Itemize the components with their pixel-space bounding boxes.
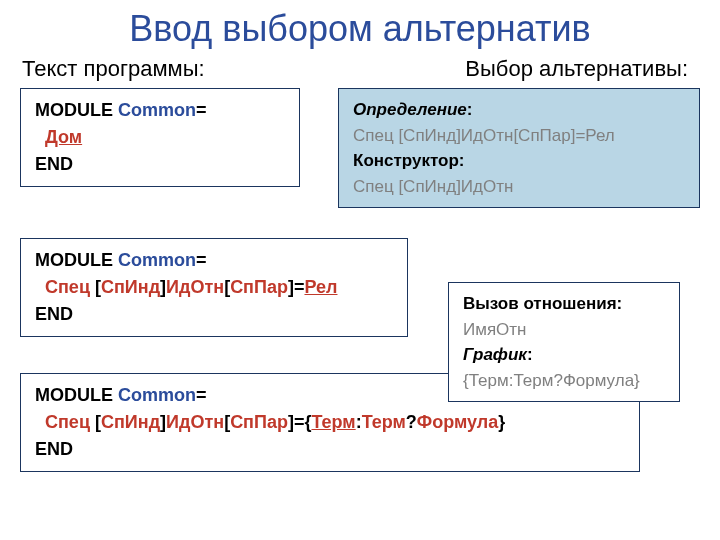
alt-line: ИмяОтн [463,317,667,343]
code-line: END [35,151,287,178]
code-line: Спец [СпИнд]ИдОтн[СпПар]=Рел [35,274,395,301]
section-labels: Текст программы: Выбор альтернативы: [20,56,700,82]
alt-line: Вызов отношения: [463,291,667,317]
slide: Ввод выбором альтернатив Текст программы… [0,0,720,492]
alternative-box-2: Вызов отношения: ИмяОтн График: {Терм:Те… [448,282,680,402]
program-text-label: Текст программы: [22,56,205,82]
code-line: Спец [СпИнд]ИдОтн[СпПар]={Терм:Терм?Форм… [35,409,627,436]
alt-line: Конструктор: [353,148,687,174]
code-line: MODULE Common= [35,97,287,124]
program-box-1: MODULE Common= Дом END [20,88,300,187]
code-line: Дом [35,124,287,151]
program-box-2: MODULE Common= Спец [СпИнд]ИдОтн[СпПар]=… [20,238,408,337]
code-line: END [35,301,395,328]
row-1: MODULE Common= Дом END Определение: Спец… [20,88,700,208]
choice-label: Выбор альтернативы: [465,56,688,82]
alt-line: График: [463,342,667,368]
alternative-box-1: Определение: Спец [СпИнд]ИдОтн[СпПар]=Ре… [338,88,700,208]
alt-line: {Терм:Терм?Формула} [463,368,667,394]
code-line: MODULE Common= [35,247,395,274]
code-line: END [35,436,627,463]
slide-title: Ввод выбором альтернатив [20,8,700,50]
alt-line: Спец [СпИнд]ИдОтн[СпПар]=Рел [353,123,687,149]
alt-line: Спец [СпИнд]ИдОтн [353,174,687,200]
alt-line: Определение: [353,97,687,123]
